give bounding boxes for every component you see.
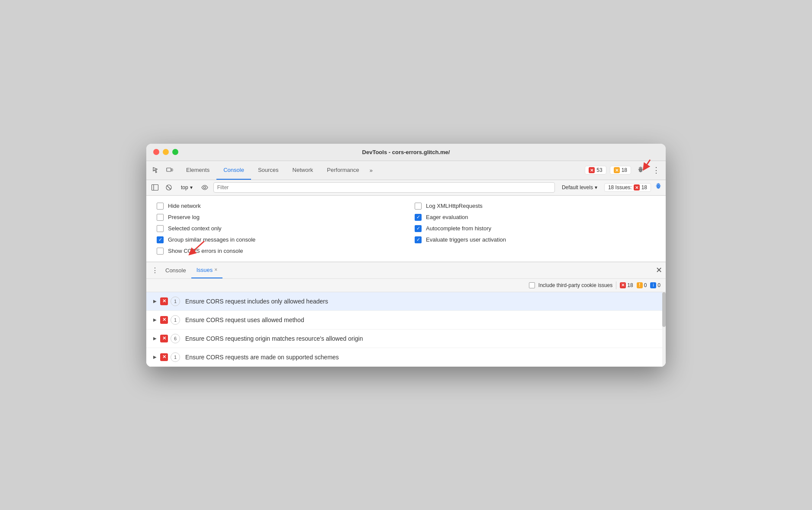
more-tabs-button[interactable]: » <box>366 167 376 174</box>
issue-text: Ensure CORS requests are made on support… <box>185 354 339 361</box>
scrollbar-track <box>662 292 666 367</box>
sub-tab-menu[interactable]: ⋮ <box>150 265 160 275</box>
issue-error-icon: ✕ <box>160 316 168 324</box>
filter-input[interactable] <box>213 182 555 193</box>
sub-tab-console[interactable]: Console <box>160 262 191 278</box>
issue-row[interactable]: ▶ ✕ 1 Ensure CORS requests are made on s… <box>146 348 666 367</box>
autocomplete-checkbox[interactable] <box>415 225 422 232</box>
traffic-lights <box>153 149 178 155</box>
maximize-button[interactable] <box>172 149 178 155</box>
close-button[interactable] <box>153 149 159 155</box>
tab-performance[interactable]: Performance <box>320 161 366 180</box>
scrollbar-thumb[interactable] <box>662 292 666 327</box>
issue-text: Ensure CORS requesting origin matches re… <box>185 335 363 342</box>
warning-issues-count: ! 0 <box>637 282 647 288</box>
settings-panel: Hide network Preserve log Selected conte… <box>146 196 666 262</box>
custom-messages-button[interactable] <box>200 182 210 193</box>
hide-network-checkbox[interactable] <box>157 203 164 210</box>
svg-rect-1 <box>171 169 173 171</box>
selected-context-checkbox[interactable] <box>157 225 164 232</box>
warning-issues-icon: ! <box>637 282 643 288</box>
tab-console[interactable]: Console <box>216 161 251 180</box>
setting-group-similar: Group similar messages in console <box>157 236 397 243</box>
error-count: 53 <box>596 167 602 173</box>
error-icon: ✕ <box>589 167 595 173</box>
error-issues-count: ✕ 18 <box>620 282 633 288</box>
warning-count-badge[interactable]: ✕ 18 <box>610 166 631 174</box>
main-tab-bar: Elements Console Sources Network Perform… <box>146 161 666 180</box>
svg-rect-0 <box>167 168 171 171</box>
close-panel-button[interactable]: ✕ <box>656 265 662 275</box>
settings-gear-button[interactable] <box>635 164 647 176</box>
filter-divider <box>616 281 616 289</box>
issue-error-icon: ✕ <box>160 297 168 305</box>
tab-elements[interactable]: Elements <box>179 161 216 180</box>
issues-list: ▶ ✕ 1 Ensure CORS request includes only … <box>146 292 666 367</box>
close-issues-tab-button[interactable]: × <box>214 267 217 273</box>
svg-line-5 <box>167 186 171 189</box>
tab-sources[interactable]: Sources <box>251 161 286 180</box>
setting-selected-context: Selected context only <box>157 225 397 232</box>
info-issues-count: i 0 <box>650 282 661 288</box>
issue-row[interactable]: ▶ ✕ 6 Ensure CORS requesting origin matc… <box>146 329 666 348</box>
sidebar-toggle-button[interactable] <box>150 182 160 193</box>
group-similar-checkbox[interactable] <box>157 236 164 243</box>
cookie-issues-label: Include third-party cookie issues <box>538 282 612 288</box>
console-toolbar: top ▾ Default levels ▾ 18 Issues: ✕ 18 <box>146 180 666 196</box>
issue-count-badge: 1 <box>171 315 180 325</box>
svg-point-6 <box>203 187 206 189</box>
log-levels-dropdown[interactable]: Default levels ▾ <box>558 184 601 191</box>
sub-tab-bar: ⋮ Console Issues × ✕ <box>146 262 666 279</box>
device-icon[interactable] <box>164 164 176 176</box>
setting-hide-network: Hide network <box>157 203 397 210</box>
minimize-button[interactable] <box>163 149 169 155</box>
main-tabs: Elements Console Sources Network Perform… <box>179 161 585 180</box>
issue-count-badge: 6 <box>171 334 180 343</box>
issue-error-icon: ✕ <box>160 335 168 342</box>
issues-filter-bar: Include third-party cookie issues ✕ 18 !… <box>146 279 666 292</box>
show-cors-checkbox[interactable] <box>157 248 164 255</box>
window-title: DevTools - cors-errors.glitch.me/ <box>362 149 450 155</box>
issue-text: Ensure CORS request includes only allowe… <box>185 298 328 305</box>
log-xmlhttp-checkbox[interactable] <box>415 203 422 210</box>
settings-left-col: Hide network Preserve log Selected conte… <box>157 203 397 255</box>
devtools-body: Elements Console Sources Network Perform… <box>146 161 666 367</box>
preserve-log-checkbox[interactable] <box>157 214 164 221</box>
context-dropdown[interactable]: top ▾ <box>177 184 196 191</box>
clear-console-button[interactable] <box>164 182 174 193</box>
issue-error-icon: ✕ <box>160 353 168 361</box>
inspect-icon[interactable] <box>150 164 162 176</box>
eager-eval-checkbox[interactable] <box>415 214 422 221</box>
issue-row[interactable]: ▶ ✕ 1 Ensure CORS request uses allowed m… <box>146 311 666 329</box>
console-settings-button[interactable] <box>654 183 662 193</box>
levels-arrow: ▾ <box>595 184 597 190</box>
setting-autocomplete: Autocomplete from history <box>415 225 655 232</box>
expand-arrow: ▶ <box>153 317 157 322</box>
settings-right-col: Log XMLHttpRequests Eager evaluation Aut… <box>415 203 655 255</box>
tab-bar-right: ✕ 53 ✕ 18 <box>585 164 662 176</box>
expand-arrow: ▶ <box>153 299 157 303</box>
issues-count-button[interactable]: 18 Issues: ✕ 18 <box>604 183 651 192</box>
devtools-window: DevTools - cors-errors.glitch.me/ <box>146 144 666 367</box>
info-issues-icon: i <box>650 282 656 288</box>
tab-network[interactable]: Network <box>286 161 320 180</box>
bottom-panel: ⋮ Console Issues × ✕ Include third-party… <box>146 262 666 367</box>
setting-preserve-log: Preserve log <box>157 214 397 221</box>
gear-area <box>635 164 647 176</box>
issue-text: Ensure CORS request uses allowed method <box>185 316 304 323</box>
issue-row[interactable]: ▶ ✕ 1 Ensure CORS request includes only … <box>146 292 666 311</box>
error-count-badge[interactable]: ✕ 53 <box>585 166 606 174</box>
expand-arrow: ▶ <box>153 355 157 359</box>
kebab-menu-button[interactable]: ⋮ <box>650 164 662 176</box>
issues-error-icon: ✕ <box>634 184 640 190</box>
setting-log-xmlhttp: Log XMLHttpRequests <box>415 203 655 210</box>
cookie-issues-checkbox[interactable] <box>529 282 535 288</box>
tab-icon-group <box>150 164 176 176</box>
dropdown-arrow: ▾ <box>190 184 193 190</box>
setting-evaluate-triggers: Evaluate triggers user activation <box>415 236 655 243</box>
setting-eager-eval: Eager evaluation <box>415 214 655 221</box>
expand-arrow: ▶ <box>153 336 157 341</box>
sub-tab-issues[interactable]: Issues × <box>191 262 223 278</box>
titlebar: DevTools - cors-errors.glitch.me/ <box>146 144 666 161</box>
evaluate-triggers-checkbox[interactable] <box>415 236 422 243</box>
